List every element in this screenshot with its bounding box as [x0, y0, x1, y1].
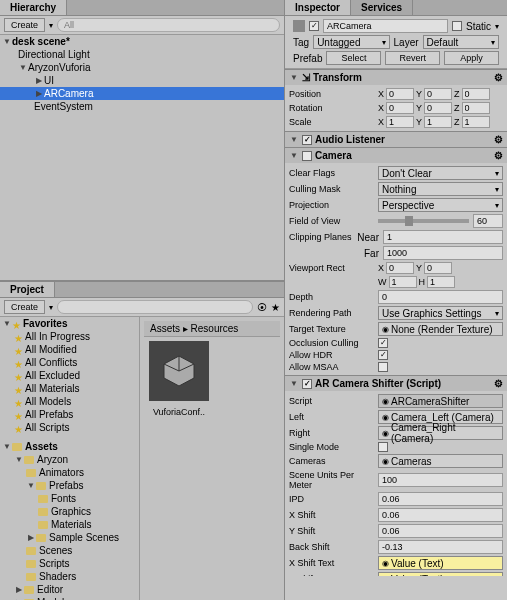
scale-x-field[interactable]	[386, 116, 414, 128]
favorite-item[interactable]: ★All Modified	[0, 343, 139, 356]
rot-z-field[interactable]	[462, 102, 490, 114]
projection-dropdown[interactable]: Perspective	[378, 198, 503, 212]
fold-icon[interactable]: ▼	[18, 63, 28, 72]
prefab-apply-button[interactable]: Apply	[444, 51, 499, 65]
layer-dropdown[interactable]: Default	[423, 35, 499, 49]
folder-item[interactable]: Scripts	[0, 557, 139, 570]
project-assets-grid[interactable]: Assets ▸ Resources VuforiaConf..	[140, 317, 284, 600]
hierarchy-tree[interactable]: ▼desk scene* Directional Light ▼AryzonVu…	[0, 35, 284, 280]
hierarchy-item[interactable]: EventSystem	[0, 100, 284, 113]
tag-dropdown[interactable]: Untagged	[313, 35, 389, 49]
hierarchy-search-input[interactable]	[57, 18, 280, 32]
xshift-field[interactable]	[378, 508, 503, 522]
culling-dropdown[interactable]: Nothing	[378, 182, 503, 196]
depth-field[interactable]	[378, 290, 503, 304]
vp-x-field[interactable]	[386, 262, 414, 274]
folder-item[interactable]: ▶Editor	[0, 583, 139, 596]
xst-field[interactable]: Value (Text)	[378, 556, 503, 570]
audiolistener-header[interactable]: ▼Audio Listener⚙	[285, 132, 507, 147]
cameras-field[interactable]: Cameras	[378, 454, 503, 468]
folder-item[interactable]: ▼Prefabs	[0, 479, 139, 492]
prefab-revert-button[interactable]: Revert	[385, 51, 440, 65]
folder-item[interactable]: ▶Models	[0, 596, 139, 600]
hdr-checkbox[interactable]	[378, 350, 388, 360]
occlusion-checkbox[interactable]	[378, 338, 388, 348]
folder-item[interactable]: ▼Aryzon	[0, 453, 139, 466]
backshift-field[interactable]	[378, 540, 503, 554]
component-checkbox[interactable]	[302, 379, 312, 389]
vp-w-field[interactable]	[389, 276, 417, 288]
pos-y-field[interactable]	[424, 88, 452, 100]
object-name-field[interactable]	[323, 19, 448, 33]
msaa-checkbox[interactable]	[378, 362, 388, 372]
gear-icon[interactable]: ⚙	[494, 134, 503, 145]
scale-z-field[interactable]	[462, 116, 490, 128]
scene-root[interactable]: ▼desk scene*	[0, 35, 284, 48]
folder-item[interactable]: Shaders	[0, 570, 139, 583]
project-create-button[interactable]: Create	[4, 300, 45, 314]
folder-item[interactable]: Scenes	[0, 544, 139, 557]
rendering-dropdown[interactable]: Use Graphics Settings	[378, 306, 503, 320]
target-texture-field[interactable]: None (Render Texture)	[378, 322, 503, 336]
near-field[interactable]	[383, 230, 503, 244]
clear-flags-dropdown[interactable]: Don't Clear	[378, 166, 503, 180]
hierarchy-item[interactable]: ▼AryzonVuforia	[0, 61, 284, 74]
single-checkbox[interactable]	[378, 442, 388, 452]
favorite-item[interactable]: ★All Scripts	[0, 421, 139, 434]
project-tree[interactable]: ▼★Favorites ★All In Progress ★All Modifi…	[0, 317, 140, 600]
hierarchy-item-selected[interactable]: ▶ARCamera	[0, 87, 284, 100]
yshift-field[interactable]	[378, 524, 503, 538]
rot-y-field[interactable]	[424, 102, 452, 114]
favorite-item[interactable]: ★All Conflicts	[0, 356, 139, 369]
hierarchy-item[interactable]: Directional Light	[0, 48, 284, 61]
inspector-tab[interactable]: Inspector	[285, 0, 351, 15]
gear-icon[interactable]: ⚙	[494, 378, 503, 389]
fold-icon[interactable]: ▶	[34, 89, 44, 98]
filter-icon[interactable]: ⦿	[257, 302, 267, 313]
fov-slider[interactable]	[378, 219, 469, 223]
pos-x-field[interactable]	[386, 88, 414, 100]
arcamshifter-header[interactable]: ▼AR Camera Shifter (Script)⚙	[285, 376, 507, 391]
static-checkbox[interactable]	[452, 21, 462, 31]
component-checkbox[interactable]	[302, 151, 312, 161]
star-filter-icon[interactable]: ★	[271, 302, 280, 313]
assets-root[interactable]: ▼Assets	[0, 440, 139, 453]
asset-thumbnail[interactable]	[149, 341, 209, 401]
folder-item[interactable]: Animators	[0, 466, 139, 479]
static-dropdown-icon[interactable]: ▾	[495, 22, 499, 31]
right-camera-field[interactable]: Camera_Right (Camera)	[378, 426, 503, 440]
folder-item[interactable]: Fonts	[0, 492, 139, 505]
hierarchy-item[interactable]: ▶UI	[0, 74, 284, 87]
component-checkbox[interactable]	[302, 135, 312, 145]
hierarchy-create-button[interactable]: Create	[4, 18, 45, 32]
create-dropdown-icon[interactable]: ▾	[49, 21, 53, 30]
project-search-input[interactable]	[57, 300, 253, 314]
breadcrumb[interactable]: Assets ▸ Resources	[144, 321, 280, 337]
camera-header[interactable]: ▼Camera⚙	[285, 148, 507, 163]
supm-field[interactable]	[378, 473, 503, 487]
gear-icon[interactable]: ⚙	[494, 150, 503, 161]
favorites-root[interactable]: ▼★Favorites	[0, 317, 139, 330]
pos-z-field[interactable]	[462, 88, 490, 100]
folder-item[interactable]: Graphics	[0, 505, 139, 518]
favorite-item[interactable]: ★All Materials	[0, 382, 139, 395]
gear-icon[interactable]: ⚙	[494, 72, 503, 83]
favorite-item[interactable]: ★All Prefabs	[0, 408, 139, 421]
vp-y-field[interactable]	[424, 262, 452, 274]
fov-field[interactable]	[473, 214, 503, 228]
prefab-select-button[interactable]: Select	[326, 51, 381, 65]
favorite-item[interactable]: ★All In Progress	[0, 330, 139, 343]
fold-icon[interactable]: ▶	[34, 76, 44, 85]
rot-x-field[interactable]	[386, 102, 414, 114]
vp-h-field[interactable]	[427, 276, 455, 288]
hierarchy-tab[interactable]: Hierarchy	[0, 0, 67, 15]
fold-icon[interactable]: ▼	[2, 37, 12, 46]
active-checkbox[interactable]	[309, 21, 319, 31]
scale-y-field[interactable]	[424, 116, 452, 128]
ipd-field[interactable]	[378, 492, 503, 506]
yst-field[interactable]: Value (Text)	[378, 572, 503, 576]
project-tab[interactable]: Project	[0, 282, 55, 297]
favorite-item[interactable]: ★All Models	[0, 395, 139, 408]
far-field[interactable]	[383, 246, 503, 260]
folder-item[interactable]: ▶Sample Scenes	[0, 531, 139, 544]
